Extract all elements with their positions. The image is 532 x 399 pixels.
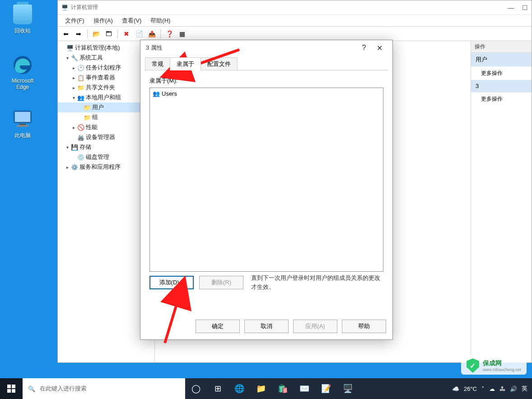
recycle-bin-icon xyxy=(12,4,33,25)
task-view-button[interactable]: ◯ xyxy=(185,378,207,399)
help-button[interactable]: 帮助 xyxy=(342,320,386,333)
remove-button: 删除(R) xyxy=(199,276,243,289)
desktop-icon-label: Microsoft Edge xyxy=(5,78,41,90)
svg-rect-8 xyxy=(12,385,15,388)
cancel-button[interactable]: 取消 xyxy=(244,320,289,333)
window-titlebar[interactable]: 🖥️ 计算机管理 — ☐ xyxy=(58,0,532,15)
toolbar: ⬅ ➡ 📂 🗔 ✖ 📄 📤 ❓ ▦ xyxy=(58,27,532,41)
memberof-listbox[interactable]: 👥 Users xyxy=(149,88,383,272)
dialog-buttons: 确定 取消 应用(A) 帮助 xyxy=(140,315,392,339)
onedrive-icon[interactable]: ☁ xyxy=(489,385,495,392)
separator xyxy=(160,29,161,38)
forward-button[interactable]: ➡ xyxy=(73,28,84,39)
taskbar-explorer[interactable]: 📁 xyxy=(250,378,272,399)
actions-header: 操作 xyxy=(471,41,532,53)
dialog-body: 隶属于(M): 👥 Users 添加(D)... 删除(R) 直到下一次用户登录… xyxy=(145,70,388,315)
taskbar-cortana[interactable]: ⊞ xyxy=(207,378,229,399)
properties-button[interactable]: 📄 xyxy=(134,28,145,39)
minimize-button[interactable]: — xyxy=(508,4,514,11)
taskbar-notepad[interactable]: 📝 xyxy=(315,378,337,399)
actions-item-3[interactable]: 3 xyxy=(471,80,532,93)
taskbar-edge[interactable]: 🌐 xyxy=(229,378,250,399)
svg-rect-3 xyxy=(19,124,26,125)
edge-icon xyxy=(12,54,33,76)
back-button[interactable]: ⬅ xyxy=(61,28,71,39)
apply-button: 应用(A) xyxy=(293,320,337,333)
show-hide-button[interactable]: 🗔 xyxy=(103,28,114,39)
pc-icon xyxy=(12,108,33,130)
svg-rect-10 xyxy=(12,389,15,393)
search-box[interactable]: 🔍 在此键入进行搜索 xyxy=(23,378,185,399)
dialog-title: 3 属性 xyxy=(146,44,163,52)
actions-more-1[interactable]: 更多操作 xyxy=(471,67,532,80)
maximize-button[interactable]: ☐ xyxy=(522,4,528,11)
action-pane-button[interactable]: ▦ xyxy=(177,28,187,39)
desktop-icon-recycle[interactable]: 回收站 xyxy=(5,4,41,35)
help-icon[interactable]: ? xyxy=(356,44,372,52)
menu-action[interactable]: 操作(A) xyxy=(89,15,117,26)
taskbar: 🔍 在此键入进行搜索 ◯ ⊞ 🌐 📁 🛍️ ✉️ 📝 🖥️ ☁️ 26°C ˄ … xyxy=(0,378,532,399)
properties-dialog: 3 属性 ? ✕ 常规 隶属于 配置文件 隶属于(M): 👥 Users 添加(… xyxy=(140,40,393,340)
system-tray[interactable]: ☁️ 26°C ˄ ☁ 🖧 🔊 英 xyxy=(448,385,532,393)
add-button[interactable]: 添加(D)... xyxy=(149,276,194,289)
weather-temp[interactable]: 26°C xyxy=(464,385,477,392)
svg-rect-7 xyxy=(7,385,11,388)
tab-memberof[interactable]: 隶属于 xyxy=(170,57,201,70)
ime-indicator[interactable]: 英 xyxy=(522,385,527,393)
actions-user[interactable]: 用户 xyxy=(471,53,532,67)
actions-pane: 操作 用户 更多操作 3 更多操作 xyxy=(471,41,532,362)
separator xyxy=(87,29,88,38)
taskbar-store[interactable]: 🛍️ xyxy=(272,378,294,399)
dialog-tabs: 常规 隶属于 配置文件 xyxy=(140,56,392,70)
export-button[interactable]: 📤 xyxy=(146,28,157,39)
list-item-label: Users xyxy=(162,90,177,97)
delete-button[interactable]: ✖ xyxy=(121,28,132,39)
taskbar-mmc[interactable]: 🖥️ xyxy=(337,378,359,399)
watermark-brand: 保成网 xyxy=(483,359,502,367)
svg-rect-2 xyxy=(15,112,30,122)
group-icon: 👥 xyxy=(153,90,160,97)
actions-more-2[interactable]: 更多操作 xyxy=(471,93,532,106)
search-placeholder: 在此键入进行搜索 xyxy=(40,385,87,393)
watermark: ✓ 保成网 www.zsbaocheng.net xyxy=(461,356,527,375)
taskbar-mail[interactable]: ✉️ xyxy=(294,378,315,399)
memberof-label: 隶属于(M): xyxy=(149,77,383,85)
dialog-titlebar[interactable]: 3 属性 ? ✕ xyxy=(140,40,392,56)
help-button[interactable]: ❓ xyxy=(164,28,175,39)
list-item[interactable]: 👥 Users xyxy=(152,90,381,97)
desktop-icon-label: 回收站 xyxy=(5,27,41,35)
close-button[interactable]: ✕ xyxy=(372,44,387,52)
volume-icon[interactable]: 🔊 xyxy=(510,385,517,392)
separator xyxy=(117,29,118,38)
menu-file[interactable]: 文件(F) xyxy=(61,15,89,26)
desktop-icon-label: 此电脑 xyxy=(5,132,41,139)
window-title: 计算机管理 xyxy=(71,4,98,11)
note-text: 直到下一次用户登录时对用户的组成员关系的更改才生效。 xyxy=(251,274,383,291)
svg-rect-4 xyxy=(17,125,28,127)
desktop-icon-edge[interactable]: Microsoft Edge xyxy=(5,54,41,90)
shield-icon: ✓ xyxy=(467,358,479,373)
network-icon[interactable]: 🖧 xyxy=(499,385,505,392)
tab-general[interactable]: 常规 xyxy=(145,57,170,70)
ok-button[interactable]: 确定 xyxy=(196,320,240,333)
watermark-url: www.zsbaocheng.net xyxy=(483,367,521,372)
svg-rect-9 xyxy=(7,389,11,393)
app-icon: 🖥️ xyxy=(61,5,68,11)
menubar: 文件(F) 操作(A) 查看(V) 帮助(H) xyxy=(58,15,532,27)
tray-chevron-icon[interactable]: ˄ xyxy=(481,385,485,392)
menu-help[interactable]: 帮助(H) xyxy=(146,15,175,26)
desktop-icon-thispc[interactable]: 此电脑 xyxy=(5,108,41,139)
menu-view[interactable]: 查看(V) xyxy=(117,15,146,26)
up-button[interactable]: 📂 xyxy=(91,28,102,39)
start-button[interactable] xyxy=(0,378,23,399)
tab-profile[interactable]: 配置文件 xyxy=(201,57,238,70)
search-icon: 🔍 xyxy=(28,385,35,392)
weather-icon[interactable]: ☁️ xyxy=(452,385,459,392)
